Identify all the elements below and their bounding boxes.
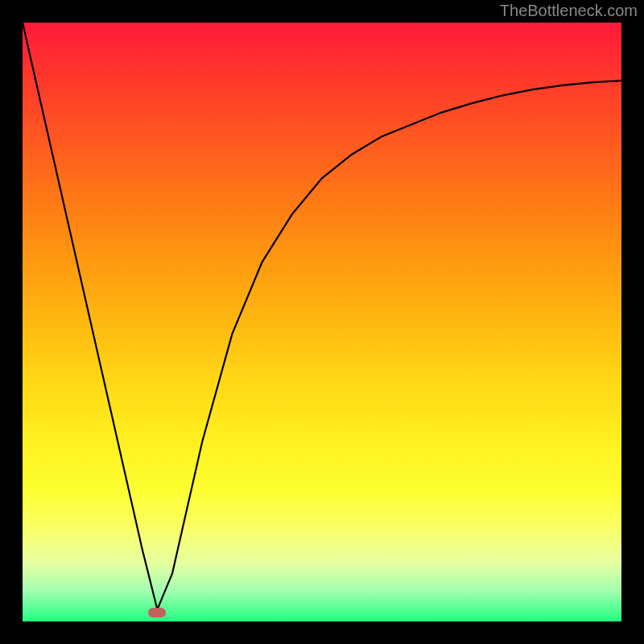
- watermark-text: TheBottleneck.com: [500, 2, 638, 20]
- bottleneck-curve-path: [23, 23, 621, 609]
- chart-plot-area: [23, 23, 621, 621]
- minimum-marker: [148, 608, 166, 617]
- bottleneck-curve-svg: [23, 23, 621, 621]
